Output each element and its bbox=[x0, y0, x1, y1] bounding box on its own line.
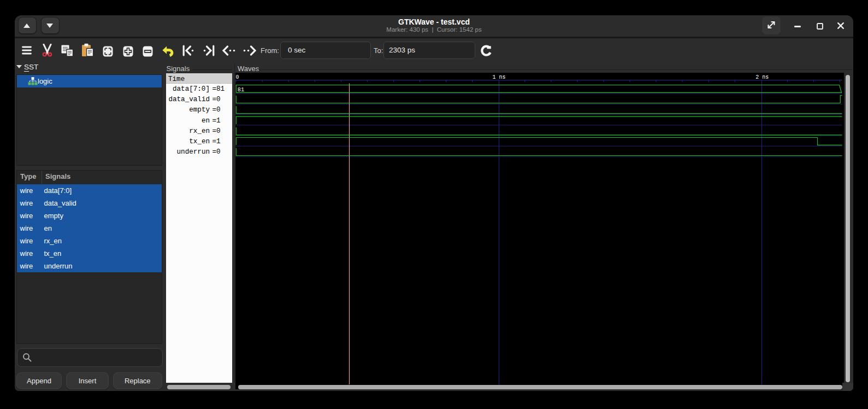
svg-text:0: 0 bbox=[236, 74, 239, 80]
svg-text:2 ns: 2 ns bbox=[755, 74, 769, 80]
svg-text:1 ns: 1 ns bbox=[493, 74, 506, 80]
svg-text:81: 81 bbox=[238, 87, 244, 93]
